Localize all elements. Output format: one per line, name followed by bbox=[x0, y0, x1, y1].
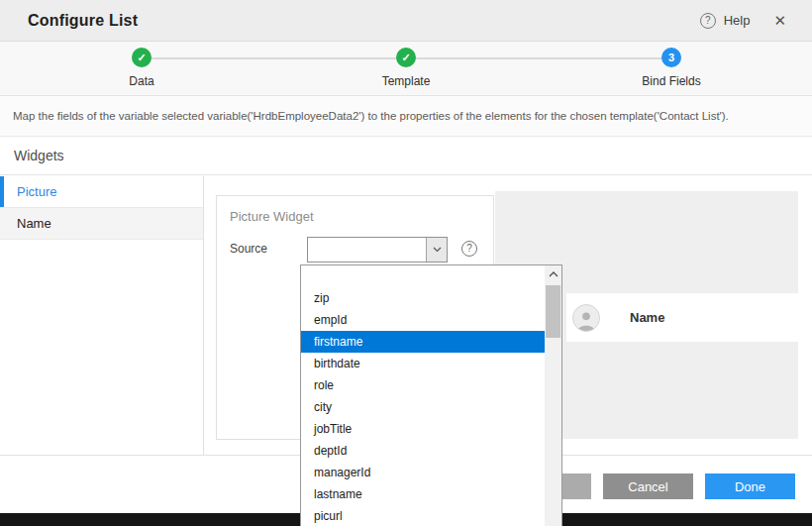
configure-list-dialog: Configure List ? Help ✕ ✓ Data ✓ Templat… bbox=[0, 0, 812, 526]
widgets-sidebar: Picture Name bbox=[0, 176, 204, 455]
source-field-label: Source bbox=[230, 242, 267, 256]
close-icon[interactable]: ✕ bbox=[769, 10, 790, 32]
done-button[interactable]: Done bbox=[705, 473, 795, 499]
help-icon[interactable]: ? bbox=[700, 13, 716, 29]
dropdown-option[interactable]: birthdate bbox=[301, 353, 545, 374]
dropdown-scrollbar[interactable] bbox=[545, 265, 561, 526]
dropdown-option-selected[interactable]: firstname bbox=[301, 331, 545, 353]
source-dropdown-list: zip empId firstname birthdate role city … bbox=[300, 264, 562, 526]
contact-list-preview-row: Name bbox=[566, 293, 798, 342]
help-link[interactable]: Help bbox=[724, 13, 751, 28]
dropdown-option[interactable]: jobTitle bbox=[301, 418, 545, 440]
dropdown-option[interactable]: managerId bbox=[301, 462, 545, 483]
widgets-section-title: Widgets bbox=[0, 137, 812, 175]
combobox-dropdown-button[interactable] bbox=[426, 238, 447, 262]
sidebar-item-picture[interactable]: Picture bbox=[0, 176, 203, 208]
source-combobox-value bbox=[308, 238, 426, 262]
title-bar: Configure List ? Help ✕ bbox=[0, 0, 812, 42]
wizard-stepper: ✓ Data ✓ Template 3 Bind Fields bbox=[0, 42, 812, 96]
source-help-icon[interactable]: ? bbox=[461, 241, 477, 257]
mapping-description: Map the fields of the variable selected … bbox=[0, 96, 812, 137]
step-data[interactable]: ✓ Data bbox=[72, 48, 211, 88]
dropdown-option[interactable]: deptId bbox=[301, 440, 545, 462]
chevron-down-icon bbox=[433, 247, 442, 253]
step-template[interactable]: ✓ Template bbox=[337, 48, 475, 88]
step-label: Template bbox=[337, 74, 475, 88]
step-bind-fields[interactable]: 3 Bind Fields bbox=[602, 48, 741, 88]
source-combobox[interactable] bbox=[307, 237, 448, 263]
dropdown-option[interactable]: zip bbox=[301, 287, 545, 309]
step-done-check-icon: ✓ bbox=[132, 48, 152, 67]
preview-name-label: Name bbox=[630, 310, 664, 325]
dropdown-option[interactable]: city bbox=[301, 396, 545, 418]
step-number-badge: 3 bbox=[661, 48, 681, 67]
dropdown-options: zip empId firstname birthdate role city … bbox=[301, 265, 545, 526]
step-label: Data bbox=[72, 74, 211, 88]
sidebar-item-label: Name bbox=[17, 216, 51, 231]
step-done-check-icon: ✓ bbox=[396, 48, 416, 67]
panel-title: Picture Widget bbox=[230, 209, 314, 224]
person-avatar-icon bbox=[572, 304, 600, 332]
sidebar-item-label: Picture bbox=[17, 184, 56, 199]
step-label: Bind Fields bbox=[602, 74, 741, 88]
scrollbar-up-button[interactable] bbox=[545, 265, 561, 283]
dropdown-option-empty[interactable] bbox=[301, 265, 545, 287]
dropdown-option[interactable]: picurl bbox=[301, 505, 545, 526]
dropdown-option[interactable]: role bbox=[301, 374, 545, 396]
page-title: Configure List bbox=[28, 12, 138, 30]
cancel-button[interactable]: Cancel bbox=[603, 473, 693, 499]
dropdown-option[interactable]: empId bbox=[301, 309, 545, 331]
scrollbar-up-icon bbox=[549, 271, 558, 277]
dropdown-option[interactable]: lastname bbox=[301, 483, 545, 505]
sidebar-item-name[interactable]: Name bbox=[0, 208, 203, 240]
scrollbar-thumb[interactable] bbox=[546, 285, 560, 338]
